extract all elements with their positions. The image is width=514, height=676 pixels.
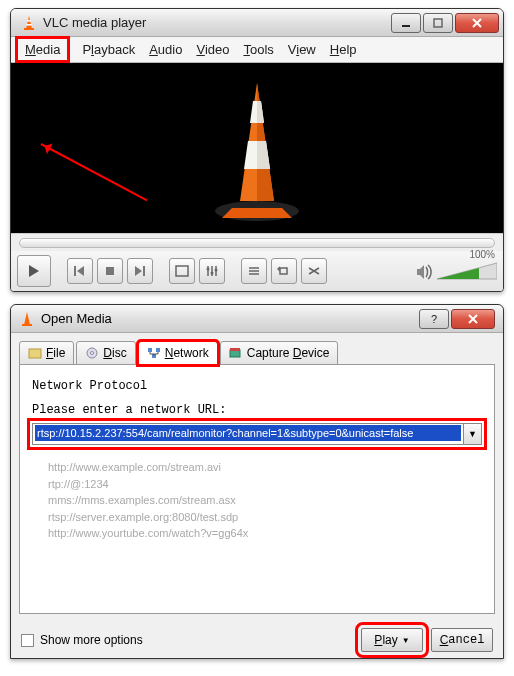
menu-audio[interactable]: Audio: [149, 42, 182, 57]
network-panel: Network Protocol Please enter a network …: [19, 364, 495, 614]
svg-point-26: [207, 268, 210, 271]
volume-label: 100%: [469, 249, 495, 260]
svg-rect-3: [27, 24, 32, 26]
tab-capture[interactable]: Capture Device: [220, 341, 339, 365]
vlc-cone-icon: [21, 15, 37, 31]
seek-bar[interactable]: [11, 233, 503, 251]
dialog-bottom-bar: Show more options Play▼ Cancel: [11, 622, 503, 658]
svg-rect-17: [74, 266, 76, 276]
svg-point-27: [211, 272, 214, 275]
loop-button[interactable]: [271, 258, 297, 284]
menubar: Media Playback Audio Video Tools View He…: [11, 37, 503, 63]
close-button[interactable]: [455, 13, 499, 33]
dialog-titlebar: Open Media ?: [11, 305, 503, 333]
menu-playback[interactable]: Playback: [82, 42, 135, 57]
menu-media[interactable]: Media: [17, 38, 68, 61]
svg-rect-38: [29, 349, 41, 358]
cancel-button[interactable]: Cancel: [431, 628, 493, 652]
url-input[interactable]: rtsp://10.15.2.237:554/cam/realmonitor?c…: [32, 423, 464, 445]
titlebar: VLC media player: [11, 9, 503, 37]
file-icon: [28, 347, 42, 359]
svg-marker-14: [257, 101, 264, 123]
svg-rect-42: [156, 348, 160, 352]
url-examples: http://www.example.com/stream.avi rtp://…: [48, 459, 482, 542]
tab-disc[interactable]: Disc: [76, 341, 135, 365]
play-button[interactable]: Play▼: [361, 628, 423, 652]
tab-file[interactable]: File: [19, 341, 74, 365]
vlc-cone-icon: [19, 311, 35, 327]
svg-rect-19: [106, 267, 114, 275]
stop-button[interactable]: [97, 258, 123, 284]
open-media-dialog: Open Media ? File Disc Network Capture D…: [10, 304, 504, 659]
svg-marker-34: [24, 312, 30, 325]
menu-video[interactable]: Video: [196, 42, 229, 57]
show-more-checkbox[interactable]: [21, 634, 34, 647]
svg-rect-21: [143, 266, 145, 276]
url-prompt: Please enter a network URL:: [32, 403, 482, 417]
svg-point-28: [215, 269, 218, 272]
minimize-button[interactable]: [391, 13, 421, 33]
video-area: [11, 63, 503, 233]
vlc-cone-logo: [202, 73, 312, 223]
url-dropdown-button[interactable]: ▼: [464, 423, 482, 445]
svg-rect-41: [148, 348, 152, 352]
capture-icon: [229, 347, 243, 359]
svg-rect-44: [230, 350, 240, 357]
svg-rect-2: [27, 20, 31, 22]
play-button[interactable]: [17, 255, 51, 287]
svg-marker-20: [135, 266, 142, 276]
menu-tools[interactable]: Tools: [243, 42, 273, 57]
url-input-row: rtsp://10.15.2.237:554/cam/realmonitor?c…: [32, 423, 482, 445]
speaker-icon[interactable]: [415, 263, 433, 281]
svg-marker-18: [77, 266, 84, 276]
svg-rect-45: [230, 348, 240, 351]
svg-point-40: [91, 352, 94, 355]
maximize-button[interactable]: [423, 13, 453, 33]
shuffle-button[interactable]: [301, 258, 327, 284]
svg-rect-22: [176, 266, 188, 276]
tab-network[interactable]: Network: [138, 341, 218, 365]
network-icon: [147, 347, 161, 359]
svg-marker-15: [257, 141, 270, 169]
svg-rect-5: [434, 19, 442, 27]
extended-settings-button[interactable]: [199, 258, 225, 284]
vlc-main-window: VLC media player Media Playback Audio Vi…: [10, 8, 504, 292]
volume-slider[interactable]: [437, 261, 497, 281]
previous-button[interactable]: [67, 258, 93, 284]
svg-marker-16: [29, 265, 39, 277]
svg-rect-1: [24, 28, 34, 30]
svg-marker-0: [26, 16, 32, 29]
dialog-help-button[interactable]: ?: [419, 309, 449, 329]
controls-bar: 100%: [11, 251, 503, 291]
annotation-arrow: [41, 143, 148, 201]
menu-view[interactable]: View: [288, 42, 316, 57]
menu-help[interactable]: Help: [330, 42, 357, 57]
svg-rect-35: [22, 324, 32, 326]
disc-icon: [85, 347, 99, 359]
volume-area: 100%: [437, 261, 497, 281]
dialog-close-button[interactable]: [451, 309, 495, 329]
network-heading: Network Protocol: [32, 379, 482, 393]
fullscreen-button[interactable]: [169, 258, 195, 284]
dialog-title: Open Media: [41, 311, 417, 326]
tab-bar: File Disc Network Capture Device: [19, 341, 495, 365]
next-button[interactable]: [127, 258, 153, 284]
playlist-button[interactable]: [241, 258, 267, 284]
window-title: VLC media player: [43, 15, 389, 30]
show-more-label: Show more options: [40, 633, 143, 647]
svg-marker-9: [222, 208, 292, 218]
